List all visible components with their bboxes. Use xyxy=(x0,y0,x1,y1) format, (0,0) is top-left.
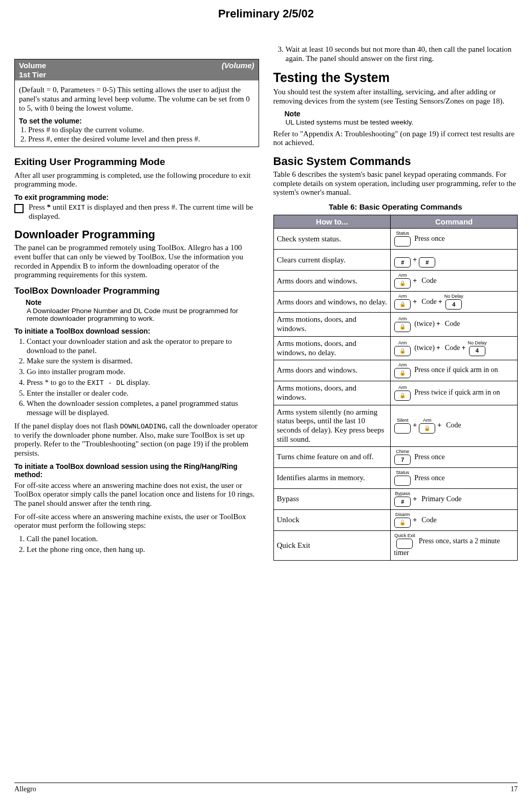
volume-step: Press # to display the current volume. xyxy=(28,126,254,135)
refer-para: Refer to "Appendix A: Troubleshooting" (… xyxy=(273,130,518,148)
list-item: Let the phone ring once, then hang up. xyxy=(27,545,259,554)
volume-proc-head: To set the volume: xyxy=(19,117,254,126)
command-cell: Disarm🔓+Code xyxy=(391,510,518,531)
key-face: 🔓 xyxy=(394,518,411,528)
key-face xyxy=(394,423,411,434)
plus-sign: + xyxy=(413,421,417,429)
txt: display. xyxy=(124,378,150,386)
content-columns: Volume 1st Tier (Volume) (Default = 0, P… xyxy=(14,44,518,772)
command-cell: Arm🔒Press twice if quick arm in on xyxy=(391,381,518,405)
plus-sign: + xyxy=(413,256,417,263)
command-cell: Status Press once xyxy=(391,229,518,250)
key-face xyxy=(394,476,411,486)
table6-title: Table 6: Basic Operating Commands xyxy=(273,202,518,212)
table-row: Arms doors and windows.Arm🔒Press once if… xyxy=(273,360,518,381)
howto-cell: Arms doors and windows, no delay. xyxy=(273,292,391,313)
panel-flash-para: If the panel display does not flash DOWN… xyxy=(14,422,259,458)
plus-sign: + xyxy=(437,421,441,429)
howto-cell: Arms motions, doors, and windows. xyxy=(273,381,391,405)
key-button: Arm🔒 xyxy=(394,317,411,332)
checkbox-icon xyxy=(14,204,24,213)
list-item: When the downloader session completes, a… xyxy=(27,399,259,417)
howto-cell: Arms motions, doors, and windows, no del… xyxy=(273,336,391,360)
footer-left: Allegro xyxy=(14,785,36,794)
key-button: Bypass# xyxy=(394,491,411,507)
ring-head: To initiate a ToolBox download session u… xyxy=(14,462,259,479)
key-button: Arm🔒 xyxy=(394,294,411,310)
howto-cell: Arms doors and windows. xyxy=(273,360,391,381)
key-face xyxy=(394,236,411,247)
testing-heading: Testing the System xyxy=(273,70,518,86)
command-text: Code xyxy=(421,298,437,305)
command-cell: Arm🔒+Code+No Delay4 xyxy=(391,292,518,313)
exit-step-row: Press * until EXIT is displayed and then… xyxy=(14,203,259,221)
command-text: Press twice if quick arm in on xyxy=(414,388,500,396)
th-command: Command xyxy=(391,215,518,229)
key-cap: Chime xyxy=(396,449,409,454)
volume-title: Volume xyxy=(19,61,46,70)
key-button: Arm🔒 xyxy=(394,385,411,401)
plus-sign: + xyxy=(413,516,417,524)
key-cap: Arm xyxy=(398,273,407,278)
key-face: 7 xyxy=(394,455,411,465)
footer-right: 17 xyxy=(510,785,518,794)
key-cap: Bypass xyxy=(395,491,410,496)
table-row: Quick ExitQuick Exit Press once, starts … xyxy=(273,531,518,561)
testing-para: You should test the system after install… xyxy=(273,88,518,106)
key-face: # xyxy=(394,257,411,268)
table-row: Clears current display. #+ # xyxy=(273,250,518,271)
list-item: Enter the installer or dealer code. xyxy=(27,389,259,398)
table-row: BypassBypass#+Primary Code xyxy=(273,489,518,510)
plus-sign: + xyxy=(413,298,417,305)
key-cap: Arm xyxy=(398,341,407,345)
left-column: Volume 1st Tier (Volume) (Default = 0, P… xyxy=(14,44,259,772)
key-cap: Arm xyxy=(398,317,407,321)
table-row: Turns chime feature on and off.Chime7Pre… xyxy=(273,447,518,468)
exit-heading: Exiting User Programming Mode xyxy=(14,156,259,168)
key-button: Disarm🔓 xyxy=(394,512,411,528)
txt: * xyxy=(47,203,51,211)
howto-cell: Unlock xyxy=(273,510,391,531)
volume-steps: Press # to display the current volume. P… xyxy=(28,126,254,143)
key-button: Arm🔒 xyxy=(419,418,435,434)
key-button: Arm🔒 xyxy=(394,363,411,378)
key-button: Status xyxy=(394,231,411,247)
plus-sign: + xyxy=(413,277,417,284)
howto-cell: Check system status. xyxy=(273,229,391,250)
command-text: Code xyxy=(421,277,437,284)
command-text: Code xyxy=(421,516,437,524)
key-button: No Delay4 xyxy=(444,294,463,310)
key-cap: Status xyxy=(396,470,409,475)
right-column: Wait at least 10 seconds but not more th… xyxy=(273,44,518,772)
key-cap: No Delay xyxy=(467,341,486,345)
key-cap: No Delay xyxy=(444,294,463,299)
howto-cell: Clears current display. xyxy=(273,250,391,271)
key-cap: Disarm xyxy=(395,512,410,517)
key-cap: Arm xyxy=(398,385,407,390)
key-button: # xyxy=(394,252,411,268)
command-cell: Status Press once xyxy=(391,468,518,489)
key-cap: Arm xyxy=(398,294,407,299)
key-cap: Quick Exit xyxy=(394,533,415,538)
command-text: (twice) xyxy=(414,320,435,327)
key-button: Silent xyxy=(394,418,411,434)
key-button: Arm🔒 xyxy=(394,273,411,289)
commands-table: How to... Command Check system status.St… xyxy=(273,215,518,561)
key-face: 🔒 xyxy=(394,322,411,332)
key-cap: Status xyxy=(396,231,409,236)
unlock-icon: 🔓 xyxy=(399,520,406,525)
downloader-para: The panel can be programmed remotely usi… xyxy=(14,243,259,280)
table-row: Check system status.Status Press once xyxy=(273,229,518,250)
key-cap: Arm xyxy=(423,418,432,423)
list-item: Go into installer program mode. xyxy=(27,367,259,377)
howto-cell: Bypass xyxy=(273,489,391,510)
key-button: Chime7 xyxy=(394,449,411,465)
note-body: UL Listed systems must be tested weekly. xyxy=(286,118,518,127)
list-item: Call the panel location. xyxy=(27,535,259,544)
command-text: Code xyxy=(446,421,461,429)
note-head: Note xyxy=(285,110,518,118)
command-text: Press once xyxy=(414,453,445,461)
list-item: Wait at least 10 seconds but not more th… xyxy=(286,45,518,63)
lock-icon: 🔒 xyxy=(399,302,406,307)
txt: Press * to go to the xyxy=(27,378,87,386)
